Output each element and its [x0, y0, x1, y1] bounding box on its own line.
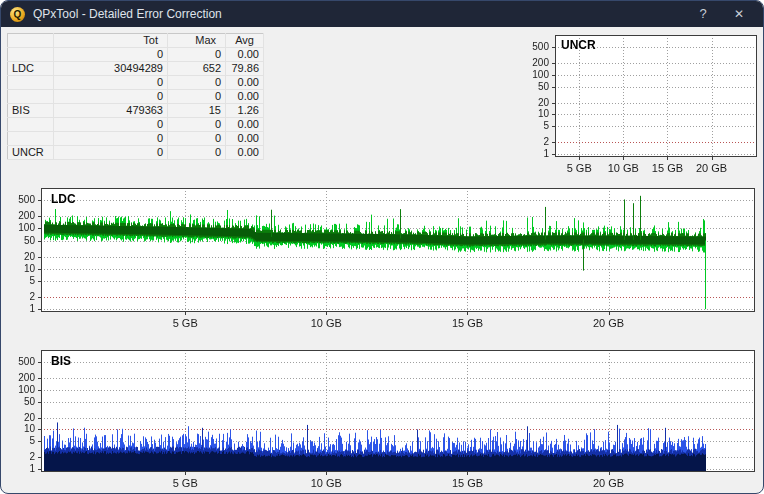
- ldc-chart-canvas: [5, 183, 761, 333]
- y-tick-label: 10: [5, 263, 35, 275]
- stats-cell-label: BIS: [8, 104, 54, 118]
- y-tick-label: 100: [5, 384, 35, 396]
- y-tick-label: 5: [5, 275, 35, 287]
- y-tick-label: 2: [5, 451, 35, 463]
- stats-cell-tot: 0: [54, 146, 168, 160]
- window-title: QPxTool - Detailed Error Correction: [33, 7, 685, 21]
- error-stats-table: Tot Max Avg 000.00LDC3049428965279.86000…: [7, 33, 264, 160]
- stats-cell-label: [8, 90, 54, 104]
- stats-cell-tot: 0: [54, 118, 168, 132]
- stats-cell-label: [8, 118, 54, 132]
- y-tick-label: 500: [5, 194, 35, 206]
- stats-row-0: 000.00: [8, 48, 264, 62]
- stats-cell-max: 0: [168, 118, 226, 132]
- stats-cell-label: [8, 76, 54, 90]
- stats-cell-avg: 0.00: [226, 118, 264, 132]
- y-tick-label: 500: [527, 41, 549, 53]
- y-tick-label: 200: [527, 57, 549, 69]
- y-tick-label: 1: [5, 303, 35, 315]
- x-tick-label: 5 GB: [554, 162, 604, 174]
- stats-cell-label: [8, 132, 54, 146]
- stats-row-6: 000.00: [8, 132, 264, 146]
- stats-header-corner: [8, 34, 54, 48]
- help-button[interactable]: ?: [685, 1, 721, 27]
- y-tick-label: 20: [5, 251, 35, 263]
- stats-header-tot: Tot: [54, 34, 168, 48]
- x-tick-label: 15 GB: [442, 477, 492, 489]
- ldc-chart-title: LDC: [51, 192, 76, 206]
- stats-cell-max: 0: [168, 48, 226, 62]
- x-tick-label: 15 GB: [442, 317, 492, 329]
- stats-cell-label: UNCR: [8, 146, 54, 160]
- stats-cell-tot: 30494289: [54, 62, 168, 76]
- stats-row-ldc: LDC3049428965279.86: [8, 62, 264, 76]
- y-tick-label: 5: [5, 435, 35, 447]
- stats-cell-tot: 479363: [54, 104, 168, 118]
- uncr-chart-title: UNCR: [561, 38, 596, 52]
- stats-cell-max: 652: [168, 62, 226, 76]
- y-tick-label: 10: [5, 423, 35, 435]
- stats-cell-max: 0: [168, 76, 226, 90]
- x-tick-label: 20 GB: [584, 477, 634, 489]
- stats-cell-avg: 1.26: [226, 104, 264, 118]
- qpxtool-window: Q QPxTool - Detailed Error Correction ? …: [0, 0, 764, 494]
- stats-cell-avg: 79.86: [226, 62, 264, 76]
- stats-header-avg: Avg: [226, 34, 264, 48]
- stats-cell-tot: 0: [54, 76, 168, 90]
- stats-row-2: 000.00: [8, 76, 264, 90]
- x-tick-label: 10 GB: [598, 162, 648, 174]
- y-tick-label: 1: [527, 148, 549, 160]
- stats-cell-avg: 0.00: [226, 90, 264, 104]
- uncr-chart-canvas: [527, 31, 761, 183]
- y-tick-label: 2: [5, 291, 35, 303]
- x-tick-label: 5 GB: [160, 317, 210, 329]
- stats-cell-max: 0: [168, 132, 226, 146]
- stats-cell-label: [8, 48, 54, 62]
- y-tick-label: 50: [5, 396, 35, 408]
- stats-row-bis: BIS479363151.26: [8, 104, 264, 118]
- stats-row-5: 000.00: [8, 118, 264, 132]
- close-button[interactable]: ✕: [721, 1, 757, 27]
- stats-body: 000.00LDC3049428965279.86000.00000.00BIS…: [8, 48, 264, 160]
- stats-cell-avg: 0.00: [226, 132, 264, 146]
- x-tick-label: 5 GB: [160, 477, 210, 489]
- y-tick-label: 10: [527, 108, 549, 120]
- bis-chart: BIS 5002001005020105215 GB10 GB15 GB20 G…: [5, 345, 761, 493]
- stats-header-row: Tot Max Avg: [8, 34, 264, 48]
- stats-cell-tot: 0: [54, 90, 168, 104]
- y-tick-label: 5: [527, 120, 549, 132]
- stats-row-uncr: UNCR000.00: [8, 146, 264, 160]
- qpxtool-logo-icon: Q: [10, 7, 25, 22]
- x-tick-label: 20 GB: [584, 317, 634, 329]
- stats-cell-max: 0: [168, 90, 226, 104]
- uncr-chart: UNCR 5002001005020105215 GB10 GB15 GB20 …: [527, 31, 761, 183]
- y-tick-label: 500: [5, 356, 35, 368]
- x-tick-label: 20 GB: [687, 162, 737, 174]
- stats-cell-label: LDC: [8, 62, 54, 76]
- stats-cell-tot: 0: [54, 48, 168, 62]
- titlebar[interactable]: Q QPxTool - Detailed Error Correction ? …: [1, 1, 763, 27]
- x-tick-label: 10 GB: [301, 477, 351, 489]
- y-tick-label: 50: [527, 81, 549, 93]
- stats-row-3: 000.00: [8, 90, 264, 104]
- stats-cell-max: 0: [168, 146, 226, 160]
- stats-cell-max: 15: [168, 104, 226, 118]
- x-tick-label: 10 GB: [301, 317, 351, 329]
- y-tick-label: 20: [5, 412, 35, 424]
- stats-header-max: Max: [168, 34, 226, 48]
- stats-cell-tot: 0: [54, 132, 168, 146]
- bis-chart-canvas: [5, 345, 761, 493]
- stats-cell-avg: 0.00: [226, 48, 264, 62]
- ldc-chart: LDC 5002001005020105215 GB10 GB15 GB20 G…: [5, 183, 761, 333]
- y-tick-label: 20: [527, 97, 549, 109]
- y-tick-label: 2: [527, 136, 549, 148]
- stats-cell-avg: 0.00: [226, 146, 264, 160]
- y-tick-label: 200: [5, 210, 35, 222]
- x-tick-label: 15 GB: [642, 162, 692, 174]
- y-tick-label: 50: [5, 235, 35, 247]
- y-tick-label: 100: [5, 222, 35, 234]
- stats-cell-avg: 0.00: [226, 76, 264, 90]
- y-tick-label: 100: [527, 69, 549, 81]
- y-tick-label: 1: [5, 463, 35, 475]
- bis-chart-title: BIS: [51, 354, 71, 368]
